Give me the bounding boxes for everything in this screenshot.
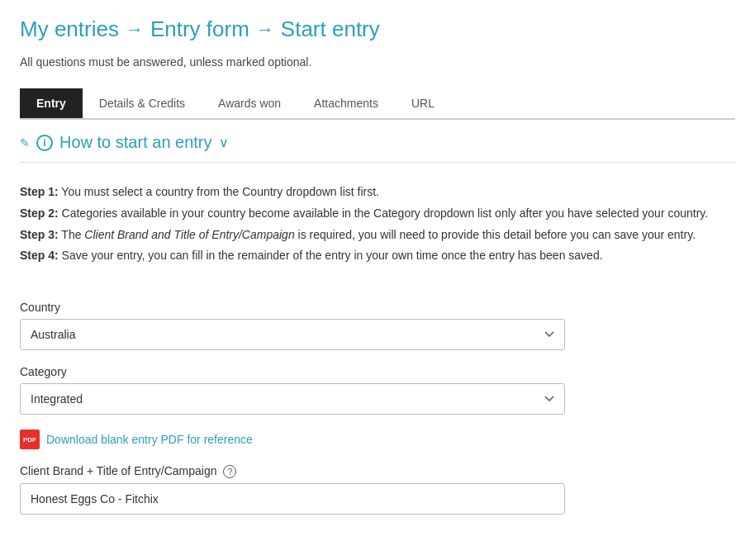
- tab-awards-won[interactable]: Awards won: [202, 88, 297, 118]
- edit-icon[interactable]: ✎: [20, 136, 30, 149]
- breadcrumb-arrow-1: →: [126, 19, 144, 40]
- pdf-icon: PDF: [20, 429, 40, 449]
- tab-details-credits[interactable]: Details & Credits: [83, 88, 202, 118]
- client-brand-help-icon[interactable]: ?: [223, 465, 236, 478]
- category-group: Category Integrated Digital Print TV & C…: [20, 365, 735, 415]
- tab-bar: Entry Details & Credits Awards won Attac…: [20, 88, 735, 120]
- info-icon[interactable]: i: [36, 135, 53, 151]
- breadcrumb-arrow-2: →: [256, 19, 274, 40]
- country-group: Country Australia New Zealand United Kin…: [20, 301, 735, 350]
- breadcrumb: My entries → Entry form → Start entry: [20, 17, 735, 42]
- step-4: Step 4: Save your entry, you can fill in…: [20, 246, 735, 266]
- step-2: Step 2: Categories available in your cou…: [20, 204, 735, 224]
- category-label: Category: [20, 365, 735, 378]
- client-brand-group: Client Brand + Title of Entry/Campaign ?: [20, 464, 735, 515]
- country-select[interactable]: Australia New Zealand United Kingdom Uni…: [20, 319, 565, 350]
- page-subtitle: All questions must be answered, unless m…: [20, 55, 735, 69]
- step-1: Step 1: You must select a country from t…: [20, 183, 735, 202]
- step-3: Step 3: The Client Brand and Title of En…: [20, 225, 735, 245]
- tab-url[interactable]: URL: [395, 88, 451, 118]
- section-title: How to start an entry: [59, 133, 212, 152]
- breadcrumb-my-entries[interactable]: My entries: [20, 17, 119, 42]
- tab-entry[interactable]: Entry: [20, 88, 83, 118]
- country-label: Country: [20, 301, 735, 314]
- client-brand-input[interactable]: [20, 483, 565, 515]
- pdf-download-link[interactable]: PDF Download blank entry PDF for referen…: [20, 429, 735, 449]
- section-header: ✎ i How to start an entry ∨: [20, 120, 735, 163]
- chevron-down-icon[interactable]: ∨: [219, 135, 229, 150]
- category-select[interactable]: Integrated Digital Print TV & Cinema: [20, 383, 565, 415]
- instructions-block: Step 1: You must select a country from t…: [20, 176, 735, 281]
- entry-form: Country Australia New Zealand United Kin…: [20, 301, 735, 515]
- breadcrumb-start-entry: Start entry: [281, 17, 380, 42]
- pdf-link-label: Download blank entry PDF for reference: [46, 433, 253, 446]
- client-brand-label: Client Brand + Title of Entry/Campaign ?: [20, 464, 735, 478]
- breadcrumb-entry-form[interactable]: Entry form: [150, 17, 249, 42]
- tab-attachments[interactable]: Attachments: [297, 88, 395, 118]
